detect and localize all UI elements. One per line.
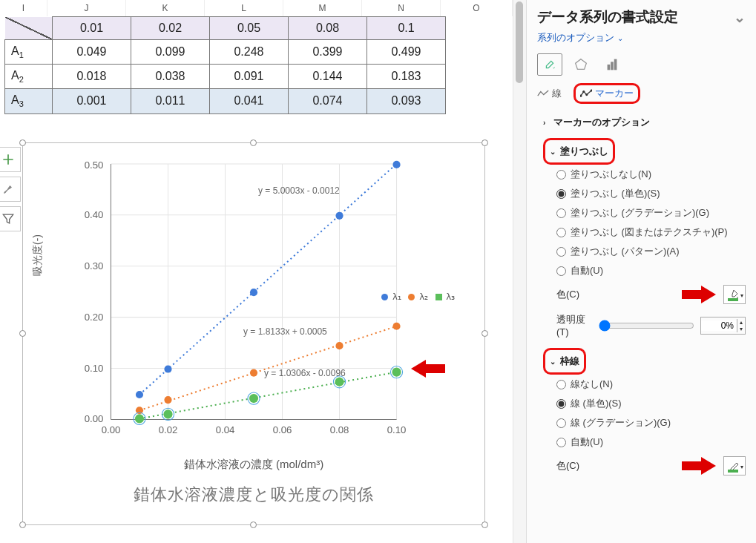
fill-picture-radio[interactable]: 塗りつぶし (図またはテクスチャ)(P)	[543, 223, 746, 242]
trendline-equation-2[interactable]: y = 1.8133x + 0.0005	[243, 326, 327, 337]
resize-handle[interactable]	[250, 521, 257, 528]
selected-marker[interactable]	[248, 392, 260, 404]
trendline-equation-3[interactable]: y = 1.0306x - 0.0096	[264, 368, 346, 378]
col-N[interactable]: N	[362, 0, 441, 16]
svg-line-27	[139, 164, 397, 395]
chart-styles-brush-button[interactable]	[0, 177, 21, 202]
fill-solid-radio[interactable]: 塗りつぶし (単色)(S)	[543, 184, 746, 203]
border-section-header[interactable]: ⌄枠線	[550, 352, 579, 371]
border-auto-radio[interactable]: 自動(U)	[543, 432, 746, 452]
annotation-arrow-series	[407, 360, 445, 378]
cell-A2-J[interactable]: 0.018	[53, 65, 131, 89]
svg-point-42	[163, 409, 172, 418]
row-label-A3[interactable]: A3	[5, 89, 53, 113]
cell-A1-N[interactable]: 0.499	[367, 40, 446, 65]
chart-x-axis-label[interactable]: 錯体水溶液の濃度 (mol/dm³)	[28, 458, 479, 472]
legend-marker-3	[435, 294, 442, 300]
chart-element-plus-button[interactable]	[0, 147, 21, 172]
hdr-L[interactable]: 0.05	[210, 17, 289, 40]
border-gradient-radio[interactable]: 線 (グラデーション)(G)	[543, 413, 746, 432]
chart-object[interactable]: 0.00 0.10 0.20 0.30 0.40 0.50 0.00 0.02 …	[22, 142, 485, 525]
chart-title[interactable]: 錯体水溶液濃度と吸光度の関係	[28, 484, 479, 506]
row-label-A1[interactable]: A1	[5, 40, 53, 65]
col-M[interactable]: M	[283, 0, 362, 16]
svg-text:0.08: 0.08	[330, 424, 349, 435]
effects-pentagon-icon[interactable]	[568, 53, 594, 76]
fill-none-radio[interactable]: 塗りつぶしなし(N)	[543, 165, 746, 184]
column-header-row: I J K L M N O	[0, 0, 513, 16]
col-J[interactable]: J	[47, 0, 126, 16]
chart-filter-funnel-button[interactable]	[0, 206, 21, 231]
trendline-equation-1[interactable]: y = 5.0003x - 0.0012	[258, 185, 340, 196]
tab-marker[interactable]: マーカー	[580, 87, 634, 100]
border-color-label: 色(C)	[556, 459, 579, 473]
hdr-M[interactable]: 0.08	[289, 17, 367, 40]
hdr-K[interactable]: 0.02	[131, 17, 210, 40]
cell-A3-N[interactable]: 0.093	[367, 89, 446, 113]
chevron-down-icon[interactable]: ⌄	[734, 9, 746, 26]
cell-A3-J[interactable]: 0.001	[53, 89, 131, 113]
format-pane: データ系列の書式設定 ⌄ 系列のオプション⌄ 線	[526, 0, 756, 543]
data-table[interactable]: 0.01 0.02 0.05 0.08 0.1 A1 0.049 0.099 0…	[0, 16, 513, 114]
scrollbar-thumb[interactable]	[516, 1, 523, 83]
svg-rect-53	[614, 59, 617, 70]
resize-handle[interactable]	[481, 139, 488, 146]
series-options-dropdown[interactable]: 系列のオプション⌄	[527, 30, 756, 50]
cell-A1-M[interactable]: 0.399	[289, 40, 367, 65]
cell-A2-M[interactable]: 0.144	[289, 65, 367, 89]
resize-handle[interactable]	[19, 521, 26, 528]
cell-A1-L[interactable]: 0.248	[210, 40, 289, 65]
resize-handle[interactable]	[250, 139, 257, 146]
chart-y-axis-label[interactable]: 吸光度(-)	[31, 234, 45, 276]
svg-rect-51	[608, 65, 611, 70]
cell-A1-J[interactable]: 0.049	[53, 40, 131, 65]
col-I[interactable]: I	[0, 0, 47, 16]
resize-handle[interactable]	[481, 330, 488, 337]
svg-point-32	[250, 289, 257, 296]
chart-legend[interactable]: λ₁ λ₂ λ₃	[379, 291, 457, 302]
svg-point-55	[582, 90, 585, 93]
hdr-N[interactable]: 0.1	[367, 17, 446, 40]
col-L[interactable]: L	[205, 0, 283, 16]
cell-A2-K[interactable]: 0.038	[131, 65, 210, 89]
cell-A1-K[interactable]: 0.099	[131, 40, 210, 65]
svg-point-48	[392, 368, 401, 377]
fill-pattern-radio[interactable]: 塗りつぶし (パターン)(A)	[543, 242, 746, 261]
svg-point-30	[136, 391, 143, 398]
fill-transparency-spinner[interactable]: ▴▾	[700, 317, 746, 335]
fill-transparency-slider[interactable]	[599, 320, 694, 332]
series-options-bars-icon[interactable]	[599, 53, 625, 76]
hdr-J[interactable]: 0.01	[53, 17, 131, 40]
resize-handle[interactable]	[481, 521, 488, 528]
border-solid-radio[interactable]: 線 (単色)(S)	[543, 394, 746, 413]
resize-handle[interactable]	[19, 139, 26, 146]
fill-line-icon[interactable]	[537, 53, 562, 76]
cell-A2-N[interactable]: 0.183	[367, 65, 446, 89]
vertical-scrollbar[interactable]	[513, 0, 526, 543]
annotation-arrow-border-color	[682, 457, 720, 475]
marker-options-header[interactable]: ›マーカーのオプション	[543, 113, 746, 132]
fill-section-header[interactable]: ⌄塗りつぶし	[550, 142, 608, 161]
border-none-radio[interactable]: 線なし(N)	[543, 375, 746, 394]
row-label-A2[interactable]: A2	[5, 65, 53, 89]
cell-A2-L[interactable]: 0.091	[210, 65, 289, 89]
selected-marker[interactable]	[134, 412, 145, 424]
svg-text:0.02: 0.02	[159, 424, 178, 435]
col-K[interactable]: K	[126, 0, 205, 16]
cell-A3-K[interactable]: 0.011	[131, 89, 210, 113]
col-O[interactable]: O	[441, 0, 513, 16]
svg-marker-50	[576, 59, 587, 70]
fill-auto-radio[interactable]: 自動(U)	[543, 261, 746, 280]
cell-A3-L[interactable]: 0.041	[210, 89, 289, 113]
pane-title: データ系列の書式設定	[537, 7, 678, 27]
svg-point-44	[249, 394, 258, 403]
fill-color-picker[interactable]: ▾	[723, 285, 746, 304]
selected-marker[interactable]	[162, 408, 174, 420]
selected-marker[interactable]	[390, 366, 402, 378]
border-color-picker[interactable]: ▾	[723, 456, 746, 475]
resize-handle[interactable]	[19, 330, 26, 337]
fill-gradient-radio[interactable]: 塗りつぶし (グラデーション)(G)	[543, 203, 746, 223]
table-corner[interactable]	[5, 17, 53, 40]
tab-line[interactable]: 線	[537, 87, 562, 100]
cell-A3-M[interactable]: 0.074	[289, 89, 367, 113]
